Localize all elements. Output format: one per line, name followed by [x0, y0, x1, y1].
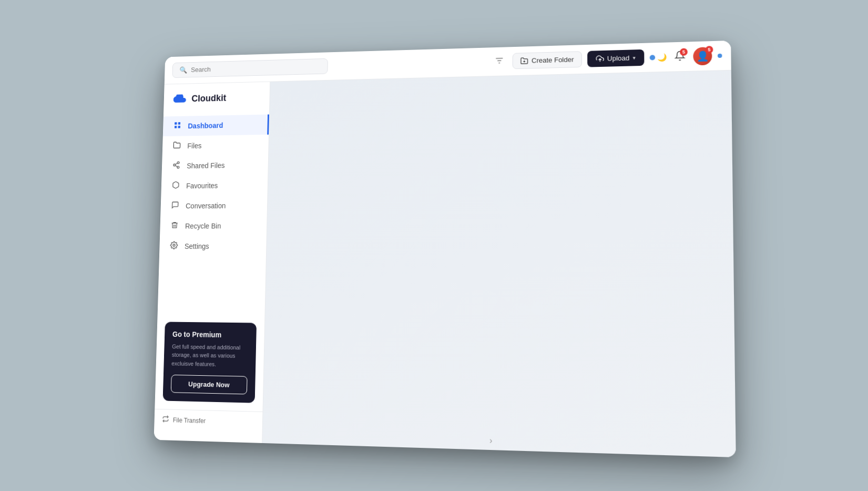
svg-rect-6 — [175, 122, 177, 124]
recycle-bin-icon — [169, 221, 179, 231]
svg-point-11 — [173, 164, 175, 166]
sidebar-item-conversation[interactable]: Conversation — [160, 195, 267, 216]
sidebar-item-files[interactable]: Files — [162, 134, 268, 156]
sidebar-item-files-label: Files — [187, 142, 201, 150]
filter-button[interactable] — [492, 53, 507, 70]
theme-toggle: 🌙 — [649, 53, 666, 62]
topbar-right: Create Folder Upload ▾ 🌙 — [492, 46, 722, 71]
dark-mode-icon[interactable]: 🌙 — [657, 53, 667, 62]
file-transfer-label: File Transfer — [172, 416, 206, 424]
sidebar-item-shared-files-label: Shared Files — [187, 161, 225, 169]
sidebar-item-recycle-bin[interactable]: Recycle Bin — [160, 215, 267, 236]
search-area: 🔍 — [172, 54, 485, 78]
sidebar-item-settings[interactable]: Settings — [159, 236, 266, 256]
svg-line-14 — [175, 163, 177, 165]
sidebar-item-favourites-label: Favourites — [186, 181, 218, 189]
scroll-down-icon[interactable]: › — [489, 436, 493, 446]
file-transfer-icon — [162, 415, 169, 424]
user-status-dot — [717, 53, 722, 57]
create-folder-label: Create Folder — [532, 55, 574, 64]
svg-rect-8 — [174, 126, 176, 128]
sidebar-item-conversation-label: Conversation — [186, 202, 226, 210]
search-icon: 🔍 — [179, 66, 187, 73]
premium-description: Get full speed and additional storage, a… — [171, 342, 248, 369]
svg-line-13 — [175, 165, 177, 167]
content-area: › — [262, 70, 736, 457]
upload-chevron-icon: ▾ — [632, 55, 635, 61]
app-name: Cloudkit — [191, 93, 226, 104]
light-mode-icon[interactable] — [649, 54, 655, 59]
upload-button[interactable]: Upload ▾ — [587, 49, 644, 67]
conversation-icon — [170, 201, 180, 211]
notification-bell[interactable]: 5 — [672, 47, 688, 65]
create-folder-button[interactable]: Create Folder — [512, 51, 581, 69]
app-window: 🔍 Crea — [145, 46, 723, 446]
sidebar: Cloudkit Dashboard — [154, 82, 270, 443]
upload-label: Upload — [607, 54, 629, 62]
content-inner — [262, 70, 736, 457]
sidebar-item-shared-files[interactable]: Shared Files — [161, 155, 268, 176]
sidebar-bottom: Go to Premium Get full speed and additio… — [155, 313, 264, 412]
logo-area: Cloudkit — [163, 92, 269, 116]
avatar-badge: 5 — [705, 45, 713, 53]
notification-badge: 5 — [680, 47, 688, 55]
sidebar-item-recycle-bin-label: Recycle Bin — [185, 222, 221, 230]
search-box[interactable]: 🔍 — [172, 58, 328, 77]
files-icon — [172, 141, 182, 151]
upgrade-button[interactable]: Upgrade Now — [170, 374, 247, 394]
svg-point-15 — [173, 244, 175, 246]
sidebar-item-dashboard-label: Dashboard — [188, 121, 223, 129]
shared-files-icon — [171, 161, 181, 171]
premium-title: Go to Premium — [172, 329, 248, 339]
settings-icon — [169, 241, 179, 251]
main-window: 🔍 Crea — [154, 41, 736, 457]
sidebar-item-favourites[interactable]: Favourites — [161, 175, 268, 196]
sidebar-nav: Dashboard Files — [157, 114, 269, 314]
dashboard-icon — [172, 121, 182, 131]
user-avatar-wrapper[interactable]: 👤 5 — [693, 46, 712, 65]
sidebar-item-settings-label: Settings — [184, 242, 209, 250]
svg-rect-7 — [178, 122, 180, 124]
search-input[interactable] — [191, 62, 321, 73]
favourites-icon — [170, 181, 180, 191]
premium-card: Go to Premium Get full speed and additio… — [162, 322, 257, 403]
file-transfer-bar[interactable]: File Transfer — [154, 408, 262, 432]
svg-rect-9 — [178, 126, 180, 128]
main-body: Cloudkit Dashboard — [154, 70, 736, 457]
sidebar-item-dashboard[interactable]: Dashboard — [162, 114, 269, 136]
cloudkit-logo-icon — [173, 94, 187, 104]
